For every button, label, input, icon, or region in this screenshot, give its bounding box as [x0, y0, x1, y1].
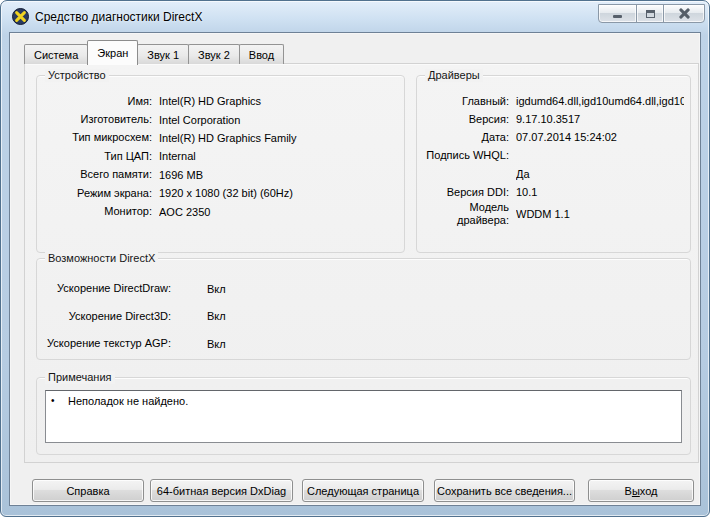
tab-page-display: Устройство Имя: Intel(R) HD Graphics Изг…	[24, 63, 699, 463]
field-label: Модель драйвера:	[425, 201, 509, 227]
device-row: Имя: Intel(R) HD Graphics	[45, 92, 398, 110]
feature-row: Ускорение текстур AGP: Вкл	[45, 330, 684, 358]
exit-label: Выход	[625, 485, 658, 497]
group-drivers-title: Драйверы	[425, 69, 483, 82]
close-icon	[679, 8, 690, 19]
save-all-info-button[interactable]: Сохранить все сведения...	[434, 479, 575, 502]
field-label: Ускорение DirectDraw:	[45, 282, 171, 295]
window-title: Средство диагностики DirectX	[35, 10, 202, 24]
tab-sound2[interactable]: Звук 2	[188, 44, 240, 64]
directx-app-icon[interactable]	[12, 8, 29, 25]
field-value: Вкл	[207, 310, 684, 322]
field-value: 1696 MB	[159, 169, 398, 181]
group-notes: Примечания • Неполадок не найдено.	[36, 377, 691, 455]
group-device: Устройство Имя: Intel(R) HD Graphics Изг…	[36, 75, 405, 253]
feature-row: Ускорение Direct3D: Вкл	[45, 303, 684, 331]
field-label: Изготовитель:	[45, 113, 152, 126]
field-label: Тип ЦАП:	[45, 150, 152, 163]
field-value: igdumd64.dll,igd10umd64.dll,igd10um	[516, 95, 684, 107]
group-drivers: Драйверы Главный: igdumd64.dll,igd10umd6…	[416, 75, 691, 253]
device-row: Тип ЦАП: Internal	[45, 147, 398, 165]
field-label: Ускорение Direct3D:	[45, 310, 171, 323]
device-row: Монитор: AOC 2350	[45, 202, 398, 220]
dialog-client: Система Экран Звук 1 Звук 2 Ввод Устройс…	[9, 32, 701, 506]
field-value: 9.17.10.3517	[516, 113, 684, 125]
driver-row: Модель драйвера: WDDM 1.1	[425, 201, 684, 227]
field-value: WDDM 1.1	[516, 208, 684, 220]
notes-item-text: Неполадок не найдено.	[68, 395, 188, 407]
field-value: Internal	[159, 150, 398, 162]
close-button[interactable]	[663, 4, 705, 23]
driver-row: Подпись WHQL:	[425, 147, 684, 165]
field-label: Версия DDI:	[425, 186, 509, 199]
tab-input[interactable]: Ввод	[239, 44, 284, 64]
field-label: Версия:	[425, 113, 509, 126]
field-label: Подпись WHQL:	[425, 149, 509, 162]
field-value: Да	[516, 168, 684, 180]
device-row: Режим экрана: 1920 x 1080 (32 bit) (60Hz…	[45, 184, 398, 202]
dxdiag-64bit-button[interactable]: 64-битная версия DxDiag	[150, 479, 293, 502]
driver-row: Дата: 07.07.2014 15:24:02	[425, 128, 684, 146]
field-value: Вкл	[207, 338, 684, 350]
tab-bar: Система Экран Звук 1 Звук 2 Ввод	[24, 39, 284, 64]
maximize-icon	[646, 10, 655, 18]
field-value: Intel(R) HD Graphics	[159, 95, 398, 107]
notes-list-item[interactable]: • Неполадок не найдено.	[46, 391, 681, 407]
dxdiag-window: Средство диагностики DirectX Система Экр…	[0, 0, 710, 517]
bullet-icon: •	[51, 395, 68, 407]
driver-row: Версия DDI: 10.1	[425, 183, 684, 201]
field-value: 1920 x 1080 (32 bit) (60Hz)	[159, 187, 398, 199]
field-value: Intel Corporation	[159, 114, 398, 126]
field-value: Intel(R) HD Graphics Family	[159, 132, 398, 144]
caption-buttons	[599, 4, 705, 23]
device-row: Всего памяти: 1696 MB	[45, 166, 398, 184]
field-value: AOC 2350	[159, 206, 398, 218]
feature-row: Ускорение DirectDraw: Вкл	[45, 275, 684, 303]
group-device-title: Устройство	[45, 69, 109, 82]
help-button[interactable]: Справка	[32, 479, 144, 502]
tab-sound1[interactable]: Звук 1	[137, 44, 189, 64]
field-label: Всего памяти:	[45, 168, 152, 181]
minimize-button[interactable]	[598, 4, 637, 23]
device-row: Тип микросхем: Intel(R) HD Graphics Fami…	[45, 129, 398, 147]
next-page-button[interactable]: Следующая страница	[302, 479, 424, 502]
field-value: 07.07.2014 15:24:02	[516, 131, 684, 143]
field-value: 10.1	[516, 186, 684, 198]
field-label: Тип микросхем:	[45, 131, 152, 144]
field-label: Ускорение текстур AGP:	[45, 337, 171, 350]
titlebar[interactable]: Средство диагностики DirectX	[1, 1, 709, 32]
group-features-title: Возможности DirectX	[45, 252, 158, 265]
notes-listbox[interactable]: • Неполадок не найдено.	[45, 390, 682, 443]
group-directx-features: Возможности DirectX Ускорение DirectDraw…	[36, 258, 691, 360]
driver-row: Главный: igdumd64.dll,igd10umd64.dll,igd…	[425, 92, 684, 110]
field-label: Имя:	[45, 95, 152, 108]
field-label: Режим экрана:	[45, 187, 152, 200]
field-label: Монитор:	[45, 205, 152, 218]
field-label: Главный:	[425, 95, 509, 108]
maximize-button[interactable]	[636, 4, 664, 23]
exit-button[interactable]: Выход	[588, 479, 694, 502]
device-row: Изготовитель: Intel Corporation	[45, 110, 398, 128]
minimize-icon	[613, 15, 622, 18]
driver-row: Да	[425, 165, 684, 183]
tab-display[interactable]: Экран	[87, 40, 138, 65]
driver-row: Версия: 9.17.10.3517	[425, 110, 684, 128]
tab-system[interactable]: Система	[24, 44, 88, 64]
field-value: Вкл	[207, 283, 684, 295]
field-label: Дата:	[425, 131, 509, 144]
group-notes-title: Примечания	[45, 371, 115, 384]
